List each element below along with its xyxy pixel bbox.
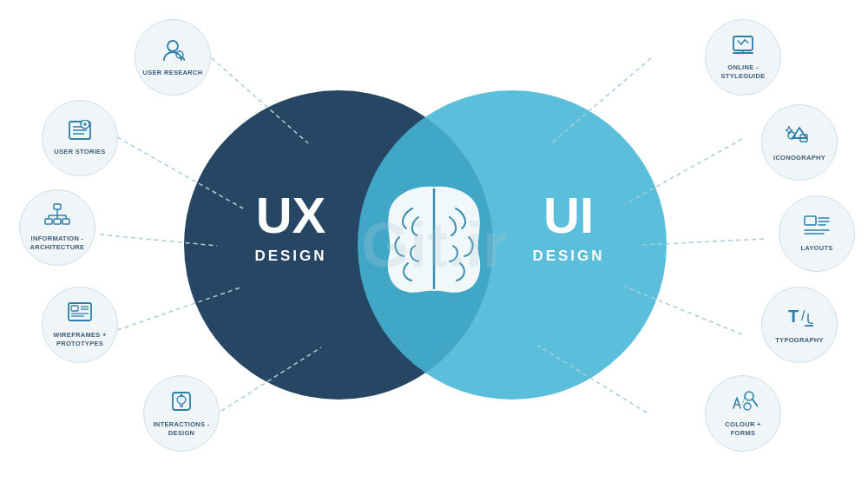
svg-line-6 [221,347,321,411]
svg-text:DESIGN: DESIGN [532,248,604,264]
typography-icon: T / U [786,305,813,334]
satellite-colour-forms: COLOUR +FORMS [705,375,781,452]
satellite-user-stories: USER STORIES [42,100,118,176]
satellite-info-architecture: INFORMATION -ARCHITECTURE [19,189,95,266]
colour-forms-icon [728,389,758,419]
svg-point-1 [358,90,667,400]
svg-line-20 [182,57,185,60]
iconography-icon [786,122,813,152]
info-arch-icon [43,203,71,233]
satellite-wireframes: WIREFRAMES +PROTOTYPES [42,287,118,363]
svg-text:/: / [801,308,806,323]
layouts-icon [803,215,831,242]
svg-point-66 [744,403,751,410]
user-stories-label: USER STORIES [54,148,105,156]
satellite-online-styleguide: ONLINE -STYLEGUIDE [705,19,781,96]
svg-rect-31 [62,219,69,224]
svg-text:UX: UX [256,187,326,243]
svg-text:UI: UI [543,187,594,243]
svg-line-2 [212,58,308,143]
svg-line-4 [100,235,217,246]
satellite-user-research: USER RESEARCH [135,19,211,96]
svg-line-49 [741,40,745,44]
user-research-label: USER RESEARCH [143,69,203,77]
svg-line-50 [745,40,748,43]
svg-rect-38 [71,306,78,311]
satellite-layouts: LAYOUTS [779,195,855,272]
svg-line-65 [753,400,758,406]
svg-text:U: U [806,312,813,327]
online-sg-label: ONLINE -STYLEGUIDE [721,63,766,81]
svg-point-44 [181,394,183,397]
svg-line-48 [738,41,741,44]
svg-rect-30 [54,219,61,224]
svg-rect-28 [54,204,61,209]
user-research-icon [161,37,185,67]
svg-line-5 [117,287,243,330]
satellite-interactions: INTERACTIONS -DESIGN [143,375,220,452]
svg-line-7 [551,58,651,143]
satellite-typography: T / U TYPOGRAPHY [761,287,838,363]
info-arch-label: INFORMATION -ARCHITECTURE [30,235,85,252]
colour-forms-label: COLOUR +FORMS [725,420,760,438]
wireframes-icon [67,301,93,329]
svg-point-18 [168,41,178,51]
svg-point-16 [378,174,490,295]
svg-line-11 [538,346,647,413]
svg-line-8 [625,139,742,204]
svg-line-10 [625,287,742,334]
svg-line-9 [642,239,764,245]
online-sg-icon [730,34,756,62]
iconography-label: ICONOGRAPHY [773,154,825,162]
svg-text:DESIGN: DESIGN [254,248,326,264]
svg-rect-53 [805,216,816,225]
svg-rect-45 [733,36,753,50]
svg-point-0 [184,90,493,400]
interactions-icon [169,389,194,419]
svg-line-3 [117,137,243,208]
svg-rect-29 [45,219,52,224]
layouts-label: LAYOUTS [800,244,832,253]
user-stories-icon [68,120,92,146]
wireframes-label: WIREFRAMES +PROTOTYPES [53,331,106,348]
typography-label: TYPOGRAPHY [775,336,824,345]
watermark: Git.ir [361,209,507,281]
svg-text:T: T [788,307,799,326]
satellite-iconography: ICONOGRAPHY [761,104,838,181]
interactions-label: INTERACTIONS -DESIGN [153,420,209,438]
